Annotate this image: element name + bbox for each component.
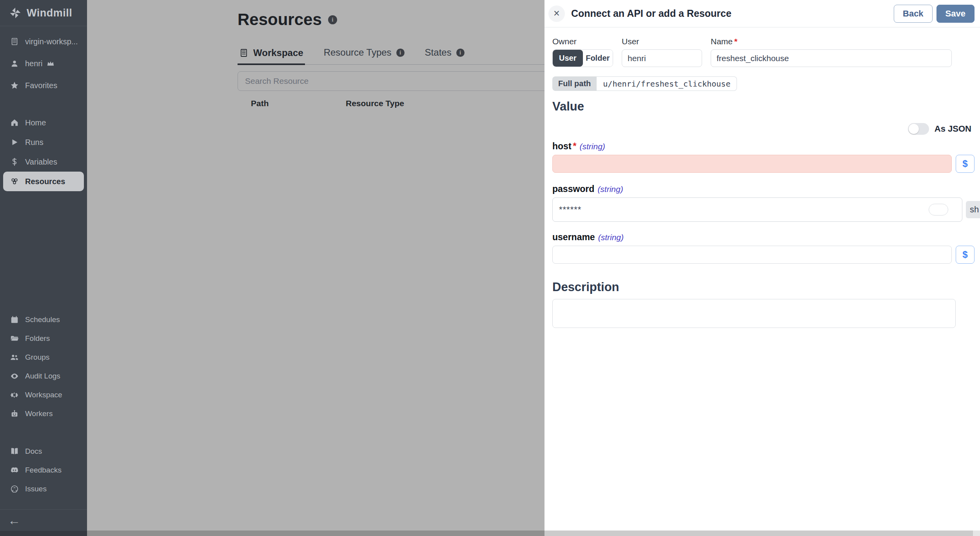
required-asterisk: * [573,141,577,151]
calendar-icon [10,315,19,324]
back-button[interactable]: Back [894,5,933,23]
user-icon [10,59,19,68]
password-field[interactable] [553,198,915,221]
sidebar-item-resources[interactable]: Resources [3,172,84,191]
app-logo[interactable]: Windmill [0,0,87,26]
sidebar-item-docs[interactable]: Docs [0,442,87,461]
modal-overlay[interactable] [87,0,544,536]
sidebar-item-workspace-settings[interactable]: Workspace [0,386,87,404]
description-field[interactable] [552,299,956,328]
password-box: sh [552,197,962,222]
username-field[interactable] [552,246,952,264]
windmill-logo-icon [9,6,22,20]
dollar-icon [10,158,19,166]
owner-option-folder[interactable]: Folder [583,50,613,67]
users-icon [10,353,19,362]
full-path-label: Full path [552,76,597,91]
sidebar-item-variables[interactable]: Variables [0,152,87,172]
building-icon [10,37,19,46]
name-field[interactable] [711,49,952,67]
user-label: User [622,37,702,46]
sidebar-item-issues[interactable]: Issues [0,480,87,498]
full-path-value: u/henri/freshest_clickhouse [597,76,737,91]
workspace-name: virgin-worksp... [25,37,78,46]
close-icon[interactable]: × [548,5,565,22]
full-path: Full path u/henri/freshest_clickhouse [552,76,737,91]
drawer-horizontal-scrollbar[interactable] [544,531,973,536]
user-menu[interactable]: henri [0,53,87,74]
insert-variable-button[interactable]: $ [956,246,975,264]
owner-label: Owner [552,37,613,46]
required-asterisk: * [734,37,737,46]
host-field[interactable] [552,155,952,173]
sidebar-item-workers[interactable]: Workers [0,404,87,423]
user-field[interactable] [622,49,702,67]
host-field-label: host* [552,141,577,152]
sidebar-item-runs[interactable]: Runs [0,132,87,152]
show-password-button[interactable]: sh [966,201,980,218]
password-type-hint: (string) [597,185,623,194]
sidebar-item-audit-logs[interactable]: Audit Logs [0,367,87,386]
robot-icon [10,409,19,418]
sidebar-item-schedules[interactable]: Schedules [0,310,87,329]
folder-icon [10,334,19,343]
discord-icon [10,466,19,474]
home-icon [10,118,19,127]
gear-icon [10,391,19,399]
owner-toggle: User Folder [552,49,613,67]
workspace-selector[interactable]: virgin-worksp... [0,31,87,53]
eye-icon [10,372,19,380]
toggle-knob [909,124,919,134]
sidebar-bottom-strip [0,531,87,536]
owner-option-user[interactable]: User [553,50,583,67]
sidebar-item-feedbacks[interactable]: Feedbacks [0,461,87,480]
github-icon [10,485,19,493]
insert-variable-button[interactable]: $ [956,155,975,173]
sidebar: Windmill virgin-worksp... henri Favorite… [0,0,87,536]
star-icon [10,81,19,90]
name-label: Name* [711,37,952,46]
save-button[interactable]: Save [936,5,975,23]
host-type-hint: (string) [580,142,605,151]
as-json-toggle[interactable] [908,123,929,135]
password-field-label: password [552,184,594,194]
sidebar-item-home[interactable]: Home [0,113,87,132]
value-heading: Value [552,100,975,114]
sidebar-item-groups[interactable]: Groups [0,348,87,367]
sidebar-item-favorites[interactable]: Favorites [0,74,87,96]
play-icon [10,138,19,147]
divider [0,26,87,26]
collapse-sidebar-button[interactable]: ← [8,514,20,527]
app-title: Windmill [27,7,72,19]
sidebar-item-folders[interactable]: Folders [0,329,87,348]
divider [0,509,87,510]
crown-icon [46,59,55,68]
description-heading: Description [552,280,975,294]
add-resource-drawer: × Connect an API or add a Resource Back … [544,0,980,536]
username-field-label: username [552,232,595,243]
drawer-header: × Connect an API or add a Resource Back … [544,0,980,27]
as-json-label: As JSON [935,124,971,134]
password-inline-pill[interactable] [929,204,948,215]
user-name: henri [25,59,42,68]
username-type-hint: (string) [598,233,624,242]
scrollbar-corner [973,531,980,536]
book-icon [10,447,19,456]
drawer-title: Connect an API or add a Resource [571,8,894,19]
cubes-icon [10,177,19,186]
